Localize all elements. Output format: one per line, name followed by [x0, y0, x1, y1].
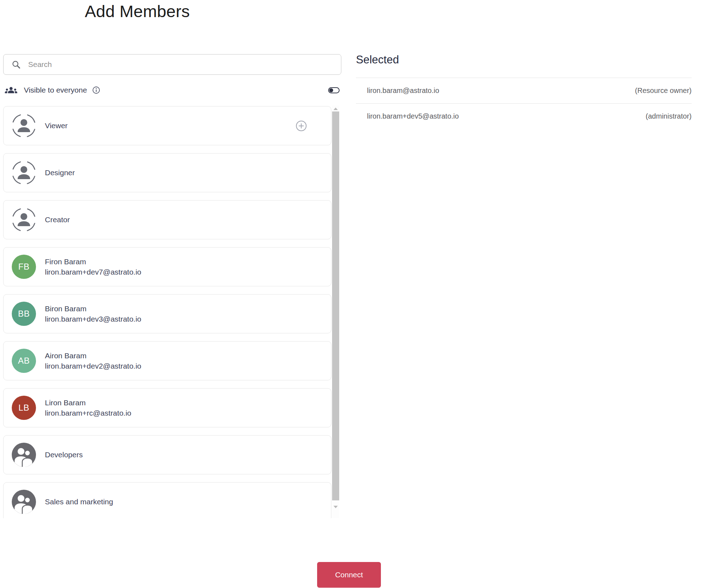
scrollbar-thumb[interactable]: [332, 111, 339, 500]
search-input[interactable]: [28, 60, 334, 69]
list-item-user[interactable]: BB Biron Baram liron.baram+dev3@astrato.…: [3, 294, 331, 333]
role-avatar-icon: [11, 207, 36, 232]
selected-role: (administrator): [646, 112, 692, 120]
scrollbar-down-arrow-icon[interactable]: [334, 506, 338, 508]
user-avatar: LB: [12, 396, 36, 420]
selected-role: (Resource owner): [635, 87, 692, 95]
info-icon[interactable]: [92, 86, 100, 94]
scrollbar[interactable]: [332, 105, 339, 518]
page-title: Add Members: [85, 1, 190, 21]
user-name: Liron Baram: [45, 399, 131, 407]
toggle-knob: [329, 88, 333, 92]
user-name: Airon Baram: [45, 352, 141, 360]
user-name: Biron Baram: [45, 305, 141, 313]
list-item-label: Developers: [45, 451, 83, 459]
list-item-group[interactable]: Developers: [3, 435, 331, 474]
selected-email: liron.baram+dev5@astrato.io: [367, 112, 459, 120]
list-item-label: Creator: [45, 215, 70, 224]
scrollbar-up-arrow-icon[interactable]: [334, 108, 338, 110]
list-item-label: Viewer: [45, 121, 68, 130]
connect-button[interactable]: Connect: [317, 562, 381, 588]
user-email: liron.baram+dev2@astrato.io: [45, 362, 141, 370]
search-icon: [11, 60, 21, 69]
list-item-role-viewer[interactable]: Viewer: [3, 106, 331, 145]
selected-heading: Selected: [356, 53, 399, 66]
selected-item: liron.baram+dev5@astrato.io (administrat…: [356, 103, 692, 129]
list-item-user[interactable]: FB Firon Baram liron.baram+dev7@astrato.…: [3, 247, 331, 286]
user-avatar: BB: [12, 302, 36, 326]
visibility-row: Visible to everyone: [3, 82, 341, 98]
user-avatar: FB: [12, 255, 36, 279]
add-member-button[interactable]: [296, 120, 307, 131]
user-email: liron.baram+dev7@astrato.io: [45, 268, 141, 276]
user-avatar: AB: [12, 349, 36, 373]
selected-email: liron.baram@astrato.io: [367, 87, 439, 95]
list-item-role-designer[interactable]: Designer: [3, 153, 331, 192]
user-name: Firon Baram: [45, 257, 141, 266]
visibility-label: Visible to everyone: [24, 86, 87, 94]
user-email: liron.baram+rc@astrato.io: [45, 409, 131, 417]
selected-item: liron.baram@astrato.io (Resource owner): [356, 78, 692, 103]
visibility-toggle[interactable]: [328, 87, 340, 93]
group-avatar-icon: [12, 443, 36, 467]
search-box: [3, 54, 341, 75]
user-email: liron.baram+dev3@astrato.io: [45, 315, 141, 323]
role-avatar-icon: [11, 160, 36, 185]
list-item-role-creator[interactable]: Creator: [3, 200, 331, 239]
member-list: Viewer Designer Cre: [0, 105, 343, 518]
list-item-label: Sales and marketing: [45, 498, 113, 506]
list-item-user[interactable]: AB Airon Baram liron.baram+dev2@astrato.…: [3, 341, 331, 380]
list-item-label: Designer: [45, 168, 75, 177]
group-avatar-icon: [12, 490, 36, 514]
list-item-user[interactable]: LB Liron Baram liron.baram+rc@astrato.io: [3, 388, 331, 427]
groups-icon: [5, 85, 17, 95]
role-avatar-icon: [11, 113, 36, 138]
selected-list: liron.baram@astrato.io (Resource owner) …: [356, 78, 692, 129]
list-item-group[interactable]: Sales and marketing: [3, 482, 331, 518]
